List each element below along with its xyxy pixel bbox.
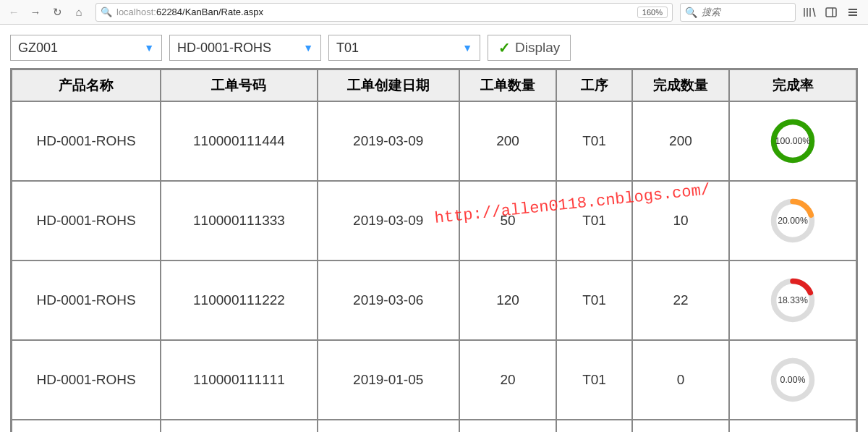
table-row: HD-0001-ROHS1100001111112019-01-0520T010… <box>12 341 856 419</box>
cell-done: 110 <box>633 420 729 432</box>
cell-qty: 20 <box>460 341 556 419</box>
svg-rect-0 <box>826 8 836 17</box>
rate-table: 产品名称 工单号码 工单创建日期 工单数量 工序 完成数量 完成率 HD-000… <box>10 68 858 432</box>
cell-rate: 73.33% <box>730 420 856 432</box>
sidebar-icon[interactable] <box>823 4 839 20</box>
cell-done: 22 <box>633 261 729 339</box>
search-input[interactable] <box>702 7 791 17</box>
back-button[interactable]: ← <box>4 3 23 22</box>
rate-label: 20.00% <box>778 216 808 226</box>
cell-order: 110000111333 <box>161 182 316 260</box>
cell-done: 200 <box>633 102 729 180</box>
chevron-down-icon: ▼ <box>144 42 154 54</box>
cell-product: HD-0001-ROHS <box>12 261 160 339</box>
display-button[interactable]: ✓ Display <box>488 35 571 61</box>
browser-toolbar: ← → ↻ ⌂ 🔍 localhost:62284/KanBan/Rate.as… <box>0 0 868 25</box>
browser-right-icons <box>799 4 864 20</box>
home-button[interactable]: ⌂ <box>69 3 88 22</box>
cell-date: 2018-12-27 <box>318 420 459 432</box>
chevron-down-icon: ▼ <box>462 42 472 54</box>
table-header-row: 产品名称 工单号码 工单创建日期 工单数量 工序 完成数量 完成率 <box>12 70 856 101</box>
cell-date: 2019-01-05 <box>318 341 459 419</box>
dropdown-value: HD-0001-ROHS <box>177 41 271 56</box>
dropdown-value: T01 <box>336 41 359 56</box>
cell-proc: T01 <box>557 182 631 260</box>
rate-label: 100.00% <box>775 136 811 146</box>
cell-product: HD-0001-ROHS <box>12 341 160 419</box>
factory-dropdown[interactable]: GZ001 ▼ <box>10 35 162 61</box>
library-icon[interactable] <box>801 4 817 20</box>
cell-proc: T01 <box>557 102 631 180</box>
cell-rate: 100.00% <box>730 102 856 180</box>
cell-product: HD-0001-ROHS <box>12 102 160 180</box>
rate-label: 0.00% <box>780 375 806 385</box>
cell-date: 2019-03-06 <box>318 261 459 339</box>
search-icon: 🔍 <box>685 7 697 18</box>
dropdown-value: GZ001 <box>18 41 58 56</box>
col-product: 产品名称 <box>12 70 160 101</box>
chevron-down-icon: ▼ <box>303 42 313 54</box>
cell-done: 10 <box>633 182 729 260</box>
cell-qty: 50 <box>460 182 556 260</box>
cell-proc: T01 <box>557 261 631 339</box>
product-dropdown[interactable]: HD-0001-ROHS ▼ <box>169 35 321 61</box>
rate-donut: 18.33% <box>734 276 851 325</box>
col-order: 工单号码 <box>161 70 316 101</box>
process-dropdown[interactable]: T01 ▼ <box>328 35 480 61</box>
col-qty: 工单数量 <box>460 70 556 101</box>
display-button-label: Display <box>515 40 560 56</box>
search-icon: 🔍 <box>101 7 112 17</box>
filter-controls: GZ001 ▼ HD-0001-ROHS ▼ T01 ▼ ✓ Display <box>10 35 858 61</box>
cell-date: 2019-03-09 <box>318 102 459 180</box>
cell-order: 110000111444 <box>161 102 316 180</box>
cell-product: HD-0001-ROHS <box>12 420 160 432</box>
url-host: localhost: <box>116 7 156 17</box>
cell-rate: 18.33% <box>730 261 856 339</box>
cell-order: 110000111111 <box>161 341 316 419</box>
cell-product: HD-0001-ROHS <box>12 182 160 260</box>
page-content: GZ001 ▼ HD-0001-ROHS ▼ T01 ▼ ✓ Display 产… <box>0 25 868 432</box>
col-proc: 工序 <box>557 70 631 101</box>
cell-proc: T01 <box>557 341 631 419</box>
rate-donut: 0.00% <box>734 355 851 405</box>
table-row: HD-0001-ROHS1100001112222019-03-06120T01… <box>12 261 856 339</box>
cell-done: 0 <box>633 341 729 419</box>
check-icon: ✓ <box>498 39 511 56</box>
url-text: localhost:62284/KanBan/Rate.aspx <box>116 7 633 17</box>
cell-date: 2019-03-09 <box>318 182 459 260</box>
menu-icon[interactable] <box>845 4 861 20</box>
cell-qty: 200 <box>460 102 556 180</box>
rate-donut: 100.00% <box>734 117 851 166</box>
col-date: 工单创建日期 <box>318 70 459 101</box>
forward-button[interactable]: → <box>26 3 45 22</box>
rate-donut: 20.00% <box>734 196 851 245</box>
rate-label: 18.33% <box>778 295 808 305</box>
col-rate: 完成率 <box>730 70 856 101</box>
cell-rate: 0.00% <box>730 341 856 419</box>
browser-search-box[interactable]: 🔍 <box>680 3 796 22</box>
cell-qty: 150 <box>460 420 556 432</box>
col-done: 完成数量 <box>633 70 729 101</box>
cell-qty: 120 <box>460 261 556 339</box>
table-row: HD-0001-ROHS1100001234562018-12-27150T01… <box>12 420 856 432</box>
address-bar[interactable]: 🔍 localhost:62284/KanBan/Rate.aspx 160% <box>95 3 673 22</box>
cell-order: 110000111222 <box>161 261 316 339</box>
table-row: HD-0001-ROHS1100001114442019-03-09200T01… <box>12 102 856 180</box>
cell-proc: T01 <box>557 420 631 432</box>
zoom-badge[interactable]: 160% <box>637 7 668 18</box>
cell-rate: 20.00% <box>730 182 856 260</box>
url-path: 62284/KanBan/Rate.aspx <box>156 7 263 17</box>
table-row: HD-0001-ROHS1100001113332019-03-0950T011… <box>12 182 856 260</box>
reload-button[interactable]: ↻ <box>48 3 67 22</box>
cell-order: 110000123456 <box>161 420 316 432</box>
